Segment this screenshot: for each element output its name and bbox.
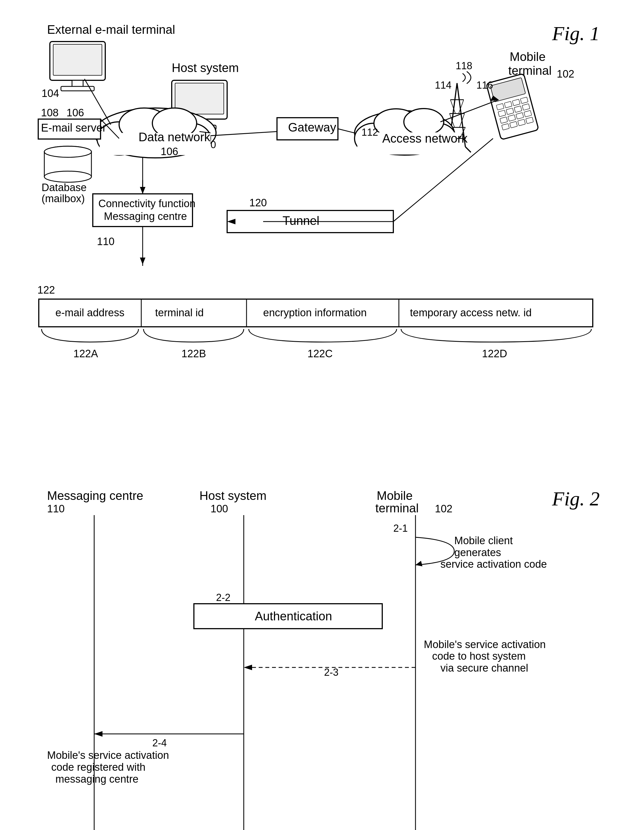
svg-text:102: 102 (435, 503, 452, 515)
svg-text:e-mail address: e-mail address (56, 307, 124, 318)
svg-rect-103 (39, 299, 593, 327)
svg-text:terminal id: terminal id (155, 307, 204, 318)
svg-text:Mobile client: Mobile client (454, 535, 513, 546)
svg-rect-84 (227, 211, 393, 233)
svg-point-54 (172, 123, 211, 154)
svg-rect-23 (498, 110, 506, 117)
svg-rect-24 (506, 108, 514, 115)
svg-text:External e-mail terminal: External e-mail terminal (47, 23, 175, 36)
svg-marker-97 (227, 219, 235, 224)
svg-point-76 (44, 171, 91, 182)
svg-rect-18 (490, 78, 526, 102)
svg-rect-27 (500, 117, 508, 124)
svg-rect-8 (175, 83, 224, 114)
svg-point-55 (119, 108, 169, 141)
svg-text:102: 102 (557, 68, 574, 80)
svg-text:Messaging centre: Messaging centre (104, 211, 187, 222)
svg-text:122B: 122B (181, 348, 206, 360)
svg-text:(mailbox): (mailbox) (41, 193, 85, 204)
svg-rect-75 (44, 152, 91, 177)
svg-point-62 (420, 123, 456, 151)
svg-rect-57 (100, 133, 211, 155)
svg-rect-131 (194, 604, 382, 629)
svg-line-43 (450, 114, 455, 127)
svg-line-92 (338, 129, 355, 133)
svg-text:code to host system: code to host system (432, 650, 526, 662)
svg-text:Access network: Access network (382, 131, 468, 145)
fig2-container: Fig. 2 Messaging centre 110 Host system … (22, 482, 622, 830)
svg-point-61 (355, 123, 393, 154)
svg-line-36 (457, 83, 465, 147)
svg-line-91 (211, 131, 277, 136)
svg-text:E-mail server: E-mail server (41, 122, 106, 134)
svg-text:terminal: terminal (508, 64, 552, 77)
svg-text:Connectivity function: Connectivity function (98, 198, 195, 209)
svg-line-44 (460, 114, 465, 127)
svg-text:messaging centre: messaging centre (56, 773, 138, 785)
svg-rect-65 (357, 132, 457, 155)
svg-line-98 (200, 131, 211, 133)
svg-text:104: 104 (41, 87, 59, 99)
svg-text:110: 110 (47, 503, 65, 515)
svg-marker-102 (140, 258, 146, 265)
fig1-container: Fig. 1 External e-mail terminal 104 Host… (22, 17, 622, 460)
svg-rect-80 (93, 194, 192, 227)
svg-marker-90 (140, 187, 146, 194)
svg-text:Authentication: Authentication (255, 609, 332, 623)
svg-rect-34 (526, 117, 533, 124)
svg-marker-94 (490, 95, 498, 101)
svg-rect-1 (50, 41, 105, 80)
svg-text:122: 122 (37, 284, 55, 296)
svg-rect-9 (194, 119, 205, 126)
svg-text:Tunnel: Tunnel (282, 214, 319, 227)
fig2-title: Fig. 2 (552, 488, 600, 510)
svg-rect-33 (518, 119, 525, 126)
svg-text:encryption information: encryption information (263, 307, 367, 318)
svg-text:Host system: Host system (172, 61, 239, 74)
svg-line-87 (84, 79, 111, 125)
svg-point-56 (152, 108, 197, 138)
svg-rect-68 (277, 118, 338, 140)
svg-point-64 (404, 109, 444, 135)
svg-text:122A: 122A (73, 348, 98, 360)
svg-text:via secure channel: via secure channel (440, 662, 528, 674)
svg-text:112: 112 (362, 127, 378, 138)
svg-text:generates: generates (454, 547, 501, 558)
svg-text:Host system: Host system (200, 489, 266, 502)
svg-line-93 (440, 100, 498, 122)
svg-text:2-4: 2-4 (152, 737, 167, 749)
svg-rect-2 (53, 44, 102, 75)
svg-line-88 (100, 119, 119, 138)
svg-text:100: 100 (200, 139, 216, 150)
svg-text:Mobile's service activation: Mobile's service activation (47, 749, 169, 761)
svg-line-12 (200, 133, 208, 143)
svg-point-60 (355, 111, 454, 155)
svg-text:temporary access netw. id: temporary access netw. id (410, 307, 531, 318)
svg-text:100: 100 (185, 132, 203, 143)
svg-point-77 (44, 146, 91, 157)
svg-rect-20 (504, 101, 512, 108)
svg-rect-3 (72, 80, 83, 87)
svg-rect-22 (520, 97, 528, 104)
svg-text:118: 118 (456, 60, 472, 71)
svg-rect-25 (514, 106, 522, 112)
svg-rect-30 (524, 111, 532, 117)
svg-text:service activation code: service activation code (440, 558, 547, 570)
svg-line-41 (450, 100, 455, 114)
svg-point-52 (94, 108, 216, 158)
fig1-title-text: Fig. 1 (552, 22, 600, 44)
fig1-svg: External e-mail terminal 104 Host system (22, 17, 631, 460)
svg-text:2-3: 2-3 (324, 667, 338, 678)
svg-text:Gateway: Gateway (288, 120, 336, 134)
svg-rect-17 (486, 73, 539, 139)
svg-rect-7 (172, 80, 227, 119)
svg-text:2-1: 2-1 (393, 523, 408, 534)
page: Fig. 1 External e-mail terminal 104 Host… (0, 0, 644, 830)
svg-rect-29 (516, 112, 524, 119)
svg-text:code registered with: code registered with (51, 761, 146, 773)
svg-text:100: 100 (211, 503, 228, 515)
svg-point-63 (374, 109, 418, 138)
svg-text:106: 106 (161, 146, 178, 157)
svg-line-46 (460, 127, 465, 138)
svg-rect-26 (522, 104, 530, 111)
